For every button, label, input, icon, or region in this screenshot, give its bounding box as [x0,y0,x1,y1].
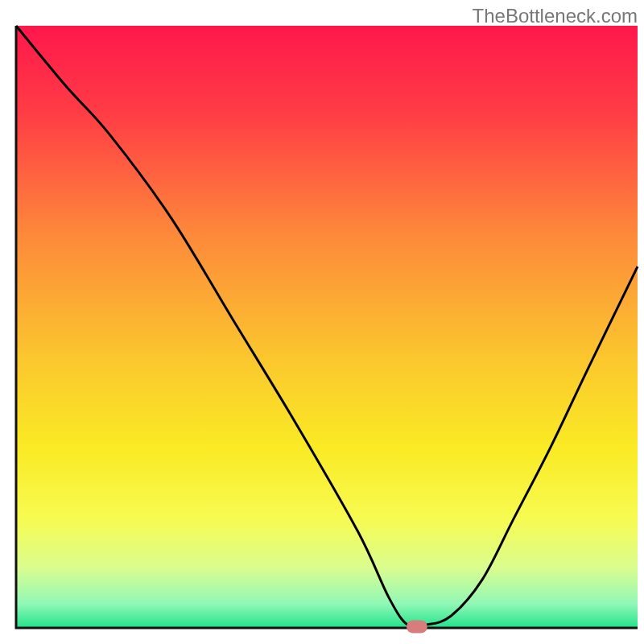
watermark-label: TheBottleneck.com [473,5,638,27]
optimum-marker [407,621,427,634]
chart-container: TheBottleneck.com [0,0,644,644]
bottleneck-chart [0,0,644,644]
plot-background [16,26,638,628]
